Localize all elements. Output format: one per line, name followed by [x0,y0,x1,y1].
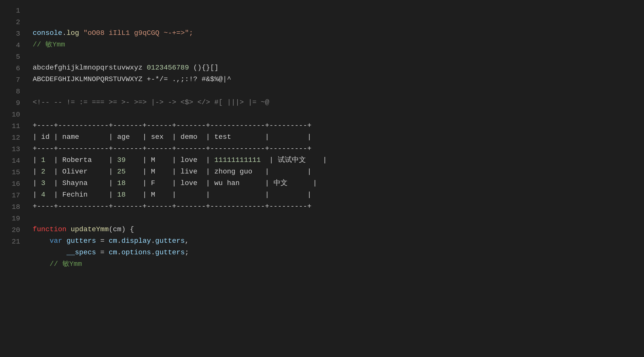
code-line: console.log "oO08 iIlL1 g9qCGQ ~-+=>"; [33,28,639,39]
line-number: 15 [5,167,20,178]
code-line: +----+------------+-------+------+------… [33,120,639,132]
line-number: 19 [5,213,20,224]
line-number: 1 [5,5,20,17]
line-number: 10 [5,109,20,121]
code-line [33,108,639,120]
code-line: | id | name | age | sex | demo | test | … [33,132,639,143]
line-number: 4 [5,40,20,51]
code-content[interactable]: console.log "oO08 iIlL1 g9qCGQ ~-+=>";//… [23,0,644,357]
code-line: ABCDEFGHIJKLMNOPQRSTUVWXYZ +-*/= .,;:!? … [33,74,639,85]
code-line [33,85,639,97]
code-line: | 3 | Shayna | 18 | F | love | wu han | … [33,178,639,189]
line-number: 14 [5,155,20,167]
line-number: 6 [5,63,20,74]
code-line [33,51,639,62]
line-number: 17 [5,190,20,201]
line-number: 13 [5,144,20,155]
line-number: 18 [5,201,20,213]
line-numbers: 123456789101112131415161718192021 [0,0,23,357]
line-number: 21 [5,236,20,248]
line-number: 2 [5,17,20,28]
code-line: | 1 | Roberta | 39 | M | love | 11111111… [33,155,639,166]
line-number: 3 [5,28,20,40]
line-number: 16 [5,178,20,190]
code-line: +----+------------+-------+------+------… [33,201,639,212]
code-line: <!-- -- != := === >= >- >=> |-> -> <$> <… [33,97,639,108]
code-line: var gutters = cm.display.gutters, [33,235,639,247]
line-number: 7 [5,74,20,86]
code-line: __specs = cm.options.gutters; [33,247,639,259]
code-line: +----+------------+-------+------+------… [33,143,639,155]
line-number: 5 [5,51,20,63]
code-line: | 4 | Fechin | 18 | M | | | | [33,189,639,201]
line-number: 11 [5,121,20,132]
code-line [33,212,639,224]
code-line: function updateYmm(cm) { [33,224,639,235]
line-number: 12 [5,132,20,144]
code-line: | 2 | Oliver | 25 | M | live | zhong guo… [33,166,639,178]
line-number: 20 [5,224,20,236]
line-number: 8 [5,86,20,97]
code-line: // 敏Ymm [33,39,639,51]
code-line: // 敏Ymm [33,259,639,270]
code-line: abcdefghijklmnopqrstuvwxyz 0123456789 ()… [33,62,639,74]
line-number: 9 [5,97,20,109]
editor-container: 123456789101112131415161718192021 consol… [0,0,644,357]
